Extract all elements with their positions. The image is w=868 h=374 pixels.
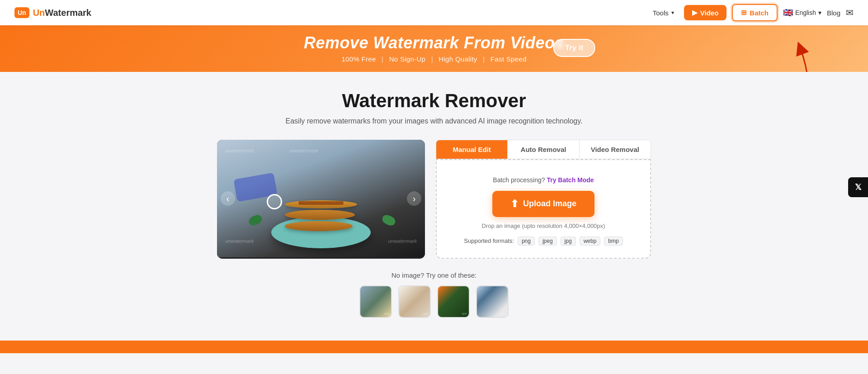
tools-label: Tools xyxy=(653,9,669,17)
drop-info: Drop an image (upto resolution 4,000×4,0… xyxy=(482,223,605,229)
prev-arrow[interactable]: ‹ xyxy=(221,191,235,206)
logo[interactable]: Un UnWatermark xyxy=(14,7,91,18)
upload-button[interactable]: ⬆ Upload Image xyxy=(492,191,594,217)
pancake-top xyxy=(285,200,357,208)
format-jpg: jpg xyxy=(561,237,576,246)
image-preview: unwatermark unwatermark unwatermark unwa… xyxy=(217,140,425,259)
pancake-layer xyxy=(285,221,353,231)
page-title: Watermark Remover xyxy=(342,90,526,112)
watermark-overlay: wm xyxy=(501,312,506,315)
format-jpeg: jpeg xyxy=(538,237,557,246)
promo-banner: Remove Watermark From Videos 100% Free |… xyxy=(0,25,868,72)
upload-area: Batch processing? Try Batch Mode ⬆ Uploa… xyxy=(436,159,651,259)
sample-image-4[interactable]: wm xyxy=(476,285,509,318)
sample-section: No image? Try one of these: wm wm wm wm xyxy=(359,271,509,318)
banner-title: Remove Watermark From Videos xyxy=(0,33,868,52)
chevron-down-icon: ▾ xyxy=(818,9,821,16)
watermark-overlay: wm xyxy=(462,312,467,315)
video-icon: ▶ xyxy=(692,9,698,17)
cursor-circle xyxy=(267,194,282,209)
watermark-overlay: wm xyxy=(423,312,428,315)
chevron-down-icon: ▾ xyxy=(671,9,674,16)
batch-label: Batch xyxy=(750,9,769,17)
sample-title: No image? Try one of these: xyxy=(359,271,509,279)
banner-subtitle: 100% Free | No Sign-Up | High Quality | … xyxy=(0,55,868,63)
video-label: Video xyxy=(700,9,719,17)
logo-text: UnWatermark xyxy=(33,8,91,18)
next-arrow[interactable]: › xyxy=(407,191,421,206)
navbar: Un UnWatermark Tools ▾ ▶ Video ⊞ Batch 🇬… xyxy=(0,0,868,25)
try-it-button[interactable]: Try it xyxy=(553,39,595,57)
right-panel: Manual Edit Auto Removal Video Removal B… xyxy=(436,140,651,259)
pancake-layer xyxy=(285,210,355,220)
x-social-button[interactable]: 𝕏 xyxy=(848,177,868,197)
nav-right: Tools ▾ ▶ Video ⊞ Batch 🇬🇧 English ▾ Blo… xyxy=(648,4,854,21)
batch-icon: ⊞ xyxy=(741,9,747,17)
tool-area: unwatermark unwatermark unwatermark unwa… xyxy=(217,140,651,259)
main-content: Watermark Remover Easily remove watermar… xyxy=(0,72,868,331)
tabs: Manual Edit Auto Removal Video Removal xyxy=(436,140,651,159)
sample-image-1[interactable]: wm xyxy=(359,285,392,318)
sample-image-2[interactable]: wm xyxy=(398,285,431,318)
logo-box: Un xyxy=(14,7,29,18)
syrup xyxy=(298,201,344,205)
tab-video-removal[interactable]: Video Removal xyxy=(580,140,651,159)
page-subtitle: Easily remove watermarks from your image… xyxy=(286,117,583,125)
blog-link[interactable]: Blog xyxy=(827,9,840,17)
footer-strip xyxy=(0,341,868,353)
watermark-overlay: wm xyxy=(384,312,389,315)
format-png: png xyxy=(518,237,535,246)
upload-label: Upload Image xyxy=(523,199,576,208)
tab-auto-removal[interactable]: Auto Removal xyxy=(508,140,579,159)
lang-label: English xyxy=(795,9,816,16)
flag-icon: 🇬🇧 xyxy=(783,8,793,18)
batch-processing-text: Batch processing? Try Batch Mode xyxy=(493,176,594,184)
mail-icon[interactable]: ✉ xyxy=(846,7,854,18)
format-bmp: bmp xyxy=(604,237,623,246)
preview-image: unwatermark unwatermark unwatermark unwa… xyxy=(217,140,425,257)
tools-menu[interactable]: Tools ▾ xyxy=(648,6,679,19)
formats-label: Supported formats: xyxy=(464,237,514,244)
upload-icon: ⬆ xyxy=(510,198,519,210)
pancake-stack xyxy=(285,200,357,232)
sample-images: wm wm wm wm xyxy=(359,285,509,318)
try-batch-mode-link[interactable]: Try Batch Mode xyxy=(547,176,594,184)
video-button[interactable]: ▶ Video xyxy=(684,5,727,20)
sample-image-3[interactable]: wm xyxy=(437,285,470,318)
supported-formats: Supported formats: png jpeg jpg webp bmp xyxy=(464,237,623,246)
batch-button[interactable]: ⊞ Batch xyxy=(732,4,778,21)
language-selector[interactable]: 🇬🇧 English ▾ xyxy=(783,8,821,18)
tab-manual-edit[interactable]: Manual Edit xyxy=(436,140,508,159)
format-webp: webp xyxy=(580,237,601,246)
